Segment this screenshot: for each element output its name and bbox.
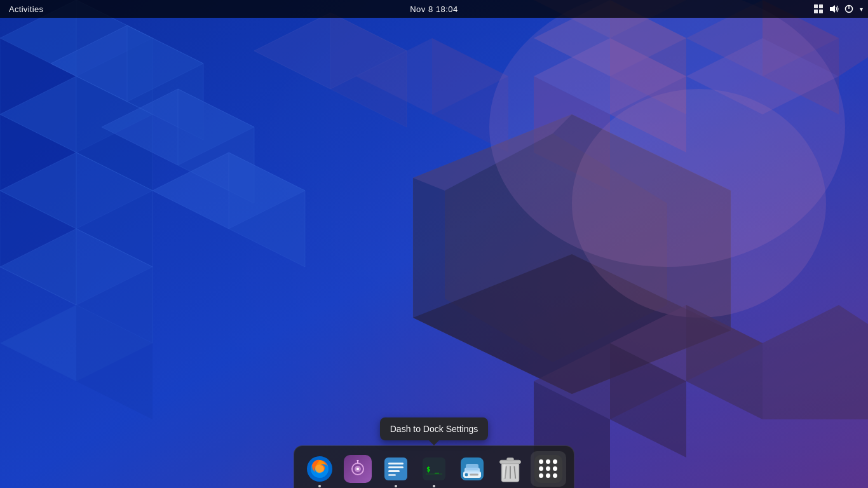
stacks-icon	[458, 455, 486, 483]
topbar-right: ▾	[813, 3, 863, 15]
topbar-left: Activities	[5, 3, 47, 15]
dot-8	[546, 473, 550, 478]
topbar: Activities Nov 8 18:04	[0, 0, 868, 18]
podcast-svg-icon	[349, 460, 367, 478]
svg-rect-61	[384, 458, 407, 480]
volume-icon[interactable]	[828, 3, 839, 15]
dot-2	[546, 459, 550, 464]
podcast-icon	[344, 455, 372, 483]
firefox-icon-wrapper	[305, 454, 334, 484]
topbar-datetime[interactable]: Nov 8 18:04	[410, 4, 458, 14]
dot-6	[553, 466, 557, 471]
firefox-icon	[306, 455, 334, 483]
trash-icon-wrapper	[496, 455, 524, 483]
svg-point-58	[356, 468, 359, 470]
stacks-icon-wrapper	[458, 454, 487, 484]
dock: $ _	[294, 445, 574, 488]
svg-rect-48	[814, 10, 818, 13]
terminal-icon-wrapper: $ _	[419, 454, 449, 484]
svg-point-55	[315, 464, 324, 473]
dot-3	[553, 459, 557, 464]
showapps-icon-wrapper	[534, 455, 562, 483]
svg-rect-63	[388, 466, 403, 468]
trash-icon-svg	[498, 455, 523, 483]
files-icon-wrapper	[381, 454, 410, 484]
svg-rect-75	[470, 474, 478, 476]
svg-rect-65	[388, 474, 396, 476]
svg-rect-47	[819, 4, 823, 8]
svg-point-39	[572, 89, 826, 318]
svg-rect-49	[819, 10, 823, 13]
files-active-dot	[395, 485, 397, 487]
dot-4	[539, 466, 543, 471]
topbar-dropdown-icon[interactable]: ▾	[860, 6, 863, 13]
svg-rect-46	[814, 4, 818, 8]
dock-item-podcast[interactable]	[340, 451, 376, 487]
dock-item-showapps[interactable]	[531, 451, 566, 487]
desktop	[0, 0, 868, 488]
svg-rect-78	[507, 458, 514, 461]
svg-rect-62	[388, 463, 403, 464]
dock-area: Dash to Dock Settings	[294, 417, 574, 488]
power-icon[interactable]	[843, 3, 855, 15]
svg-rect-82	[503, 464, 506, 478]
activities-button[interactable]: Activities	[5, 3, 47, 15]
dock-item-stacks[interactable]	[454, 451, 490, 487]
dock-item-trash[interactable]	[492, 451, 528, 487]
dock-item-files[interactable]	[378, 451, 414, 487]
apps-dots-grid	[539, 459, 558, 478]
files-icon	[382, 455, 410, 483]
dot-9	[553, 473, 557, 478]
wallpaper	[0, 0, 868, 488]
dot-7	[539, 473, 543, 478]
dot-1	[539, 459, 543, 464]
tooltip-text: Dash to Dock Settings	[390, 424, 478, 434]
svg-text:$ _: $ _	[426, 465, 439, 473]
svg-marker-50	[830, 5, 835, 13]
dock-tooltip: Dash to Dock Settings	[380, 417, 489, 440]
dock-item-terminal[interactable]: $ _	[416, 451, 452, 487]
svg-rect-64	[388, 470, 400, 472]
svg-point-74	[465, 473, 468, 477]
firefox-active-dot	[318, 485, 321, 487]
terminal-active-dot	[433, 485, 435, 487]
svg-rect-73	[466, 464, 478, 470]
terminal-icon: $ _	[420, 455, 448, 483]
network-icon[interactable]	[813, 3, 824, 15]
dot-5	[546, 466, 550, 471]
dock-item-firefox[interactable]	[302, 451, 337, 487]
svg-point-60	[357, 460, 359, 461]
